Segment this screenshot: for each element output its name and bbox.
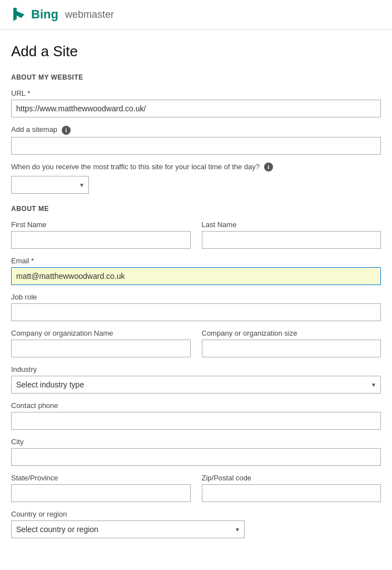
traffic-select-wrapper: 12am-3am 3am-6am 6am-9am 9am-12pm 12pm-3… (11, 176, 89, 194)
svg-marker-0 (13, 8, 24, 21)
sitemap-info-icon[interactable]: i (62, 126, 71, 135)
traffic-group: When do you receive the most traffic to … (11, 163, 381, 194)
last-name-input[interactable] (202, 231, 381, 249)
company-row: Company or organization Name Company or … (11, 329, 381, 365)
company-size-label: Company or organization size (202, 329, 381, 337)
url-input[interactable] (11, 100, 381, 117)
traffic-info-icon[interactable]: i (264, 163, 273, 171)
job-role-input[interactable] (11, 303, 381, 321)
traffic-select[interactable]: 12am-3am 3am-6am 6am-9am 9am-12pm 12pm-3… (11, 176, 89, 194)
url-group: URL * (11, 89, 381, 117)
last-name-label: Last Name (202, 220, 381, 229)
traffic-question: When do you receive the most traffic to … (11, 163, 381, 172)
phone-group: Contact phone (11, 401, 381, 430)
state-zip-row: State/Province Zip/Postal code (11, 474, 381, 510)
sitemap-input[interactable] (11, 137, 381, 155)
zip-input[interactable] (202, 484, 381, 502)
industry-select[interactable]: Select industry type Technology Finance … (11, 376, 381, 394)
bing-text: Bing (31, 7, 58, 22)
state-input[interactable] (11, 484, 191, 502)
webmaster-text: webmaster (65, 9, 114, 21)
city-label: City (11, 438, 381, 446)
last-name-group: Last Name (202, 220, 381, 249)
url-label: URL * (11, 89, 381, 97)
company-size-group: Company or organization size (202, 329, 381, 357)
website-section: ABOUT MY WEBSITE URL * Add a sitemap i W… (11, 73, 381, 194)
zip-group: Zip/Postal code (202, 474, 381, 502)
company-size-input[interactable] (202, 340, 381, 357)
company-name-group: Company or organization Name (11, 329, 191, 357)
country-select-wrapper: Select country or region United States U… (11, 520, 245, 538)
header: Bing webmaster (0, 0, 392, 30)
first-name-input[interactable] (11, 231, 191, 249)
industry-group: Industry Select industry type Technology… (11, 365, 381, 394)
phone-label: Contact phone (11, 401, 381, 410)
industry-label: Industry (11, 365, 381, 374)
page-title: Add a Site (11, 43, 381, 60)
city-group: City (11, 438, 381, 466)
sitemap-group: Add a sitemap i (11, 125, 381, 155)
phone-input[interactable] (11, 412, 381, 430)
job-role-label: Job role (11, 293, 381, 301)
first-name-group: First Name (11, 220, 191, 249)
job-role-group: Job role (11, 293, 381, 321)
state-label: State/Province (11, 474, 191, 482)
bing-logo: Bing webmaster (11, 7, 114, 22)
country-label: Country or region (11, 510, 381, 518)
email-label: Email * (11, 257, 381, 265)
me-section: ABOUT ME First Name Last Name Email * Jo… (11, 205, 381, 538)
country-group: Country or region Select country or regi… (11, 510, 381, 538)
sitemap-label: Add a sitemap i (11, 125, 381, 135)
bing-icon (11, 7, 27, 22)
company-name-input[interactable] (11, 340, 191, 357)
first-name-label: First Name (11, 220, 191, 229)
email-group: Email * (11, 257, 381, 285)
state-group: State/Province (11, 474, 191, 502)
name-row: First Name Last Name (11, 220, 381, 257)
company-name-label: Company or organization Name (11, 329, 191, 337)
me-section-label: ABOUT ME (11, 205, 381, 213)
industry-select-wrapper: Select industry type Technology Finance … (11, 376, 381, 394)
website-section-label: ABOUT MY WEBSITE (11, 73, 381, 81)
country-select[interactable]: Select country or region United States U… (11, 520, 245, 538)
main-content: Add a Site ABOUT MY WEBSITE URL * Add a … (0, 30, 392, 559)
email-input[interactable] (11, 267, 381, 285)
city-input[interactable] (11, 448, 381, 466)
zip-label: Zip/Postal code (202, 474, 381, 482)
